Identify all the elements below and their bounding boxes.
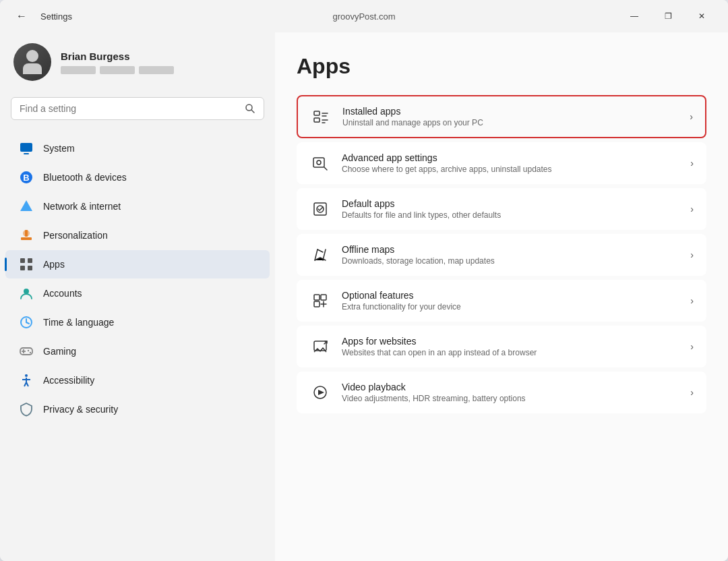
- svg-rect-8: [21, 237, 32, 240]
- title-bar: ← Settings groovyPost.com — ❐ ✕: [0, 0, 728, 32]
- window: ← Settings groovyPost.com — ❐ ✕: [0, 0, 728, 561]
- svg-point-22: [28, 350, 29, 351]
- window-controls: — ❐ ✕: [619, 5, 717, 27]
- websites-title: Apps for websites: [342, 336, 679, 347]
- nav-list: System B Bluetooth & devices Network & i…: [0, 131, 275, 561]
- svg-rect-14: [28, 266, 32, 270]
- svg-text:B: B: [23, 173, 29, 183]
- offline-maps-desc: Downloads, storage location, map updates: [342, 256, 679, 266]
- settings-item-advanced[interactable]: Advanced app settings Choose where to ge…: [297, 142, 706, 184]
- settings-item-video[interactable]: Video playback Video adjustments, HDR st…: [297, 372, 706, 413]
- advanced-settings-icon: [309, 152, 331, 174]
- video-title: Video playback: [342, 382, 679, 392]
- svg-rect-35: [313, 158, 324, 167]
- svg-marker-7: [20, 200, 32, 211]
- sidebar-item-label-apps: Apps: [43, 259, 65, 270]
- sidebar-item-network[interactable]: Network & internet: [5, 192, 270, 220]
- svg-rect-11: [20, 258, 25, 263]
- chevron-icon: ›: [690, 341, 694, 352]
- svg-marker-46: [318, 390, 324, 395]
- sidebar-item-personalization[interactable]: Personalization: [5, 221, 270, 249]
- search-input[interactable]: [20, 103, 239, 114]
- settings-item-offline-maps[interactable]: Offline maps Downloads, storage location…: [297, 234, 706, 276]
- settings-item-default[interactable]: Default apps Defaults for file and link …: [297, 188, 706, 230]
- sidebar-item-accounts[interactable]: Accounts: [5, 279, 270, 307]
- sidebar-item-label-accessibility: Accessibility: [43, 375, 94, 386]
- personalization-icon: [19, 228, 34, 243]
- search-container: [0, 92, 275, 131]
- sidebar-item-time[interactable]: Time & language: [5, 308, 270, 336]
- installed-apps-icon: [310, 106, 332, 127]
- sidebar-item-gaming[interactable]: Gaming: [5, 337, 270, 365]
- maximize-button[interactable]: ❐: [653, 5, 684, 27]
- default-title: Default apps: [342, 198, 679, 209]
- sidebar-item-label-bluetooth: Bluetooth & devices: [43, 172, 127, 183]
- video-desc: Video adjustments, HDR streaming, batter…: [342, 394, 679, 403]
- svg-rect-39: [314, 295, 320, 300]
- sidebar-item-system[interactable]: System: [5, 134, 270, 163]
- optional-text: Optional features Extra functionality fo…: [342, 290, 679, 312]
- sidebar-item-privacy[interactable]: Privacy & security: [5, 395, 270, 423]
- sidebar: Brian Burgess: [0, 32, 275, 561]
- apps-websites-icon: [309, 336, 331, 357]
- gaming-icon: [19, 344, 34, 359]
- title-bar-title: Settings: [40, 11, 72, 22]
- optional-title: Optional features: [342, 290, 679, 301]
- search-box: [11, 97, 264, 120]
- chevron-icon: ›: [690, 204, 694, 214]
- network-icon: [19, 199, 34, 214]
- video-playback-icon: [309, 382, 331, 403]
- sidebar-item-label-privacy: Privacy & security: [43, 404, 118, 415]
- user-info: Brian Burgess: [61, 51, 174, 74]
- advanced-text: Advanced app settings Choose where to ge…: [342, 152, 679, 174]
- page-title: Apps: [297, 54, 706, 79]
- bluetooth-icon: B: [19, 170, 34, 185]
- sidebar-item-label-network: Network & internet: [43, 201, 121, 212]
- back-button[interactable]: ←: [11, 5, 32, 27]
- default-desc: Defaults for file and link types, other …: [342, 210, 679, 220]
- right-panel: Apps Installed apps Uninstall and manage…: [275, 32, 728, 561]
- search-icon: [245, 103, 255, 114]
- svg-rect-29: [314, 111, 320, 115]
- sidebar-item-label-system: System: [43, 143, 75, 154]
- video-text: Video playback Video adjustments, HDR st…: [342, 382, 679, 403]
- installed-apps-desc: Uninstall and manage apps on your PC: [342, 118, 679, 127]
- svg-rect-41: [314, 301, 320, 307]
- avatar: [13, 43, 51, 81]
- websites-desc: Websites that can open in an app instead…: [342, 348, 679, 357]
- svg-point-36: [317, 160, 321, 165]
- close-button[interactable]: ✕: [686, 5, 717, 27]
- sidebar-item-label-gaming: Gaming: [43, 346, 76, 357]
- offline-maps-icon: [309, 244, 331, 266]
- main-content: Brian Burgess: [0, 32, 728, 561]
- accounts-icon: [19, 286, 34, 301]
- default-text: Default apps Defaults for file and link …: [342, 198, 679, 220]
- chevron-icon: ›: [690, 158, 694, 169]
- svg-rect-2: [20, 143, 32, 152]
- user-section: Brian Burgess: [0, 32, 275, 92]
- settings-item-optional[interactable]: Optional features Extra functionality fo…: [297, 280, 706, 322]
- chevron-icon: ›: [690, 387, 694, 398]
- svg-point-23: [30, 352, 31, 353]
- sidebar-item-label-time: Time & language: [43, 317, 114, 328]
- sidebar-item-accessibility[interactable]: Accessibility: [5, 366, 270, 394]
- optional-desc: Extra functionality for your device: [342, 302, 679, 312]
- user-email-blocks: [61, 66, 174, 74]
- apps-icon: [19, 257, 34, 272]
- chevron-icon: ›: [690, 249, 694, 260]
- sidebar-item-bluetooth[interactable]: B Bluetooth & devices: [5, 163, 270, 191]
- settings-item-installed[interactable]: Installed apps Uninstall and manage apps…: [297, 95, 706, 138]
- svg-rect-13: [20, 266, 25, 270]
- svg-rect-40: [321, 295, 326, 300]
- optional-features-icon: [309, 290, 331, 312]
- svg-line-28: [26, 382, 28, 386]
- offline-maps-title: Offline maps: [342, 244, 679, 255]
- svg-rect-12: [28, 258, 32, 263]
- minimize-button[interactable]: —: [619, 5, 650, 27]
- settings-item-websites[interactable]: Apps for websites Websites that can open…: [297, 326, 706, 367]
- svg-point-0: [246, 105, 252, 111]
- sidebar-item-apps[interactable]: Apps: [5, 250, 270, 278]
- offline-maps-text: Offline maps Downloads, storage location…: [342, 244, 679, 266]
- websites-text: Apps for websites Websites that can open…: [342, 336, 679, 357]
- svg-point-15: [24, 289, 29, 294]
